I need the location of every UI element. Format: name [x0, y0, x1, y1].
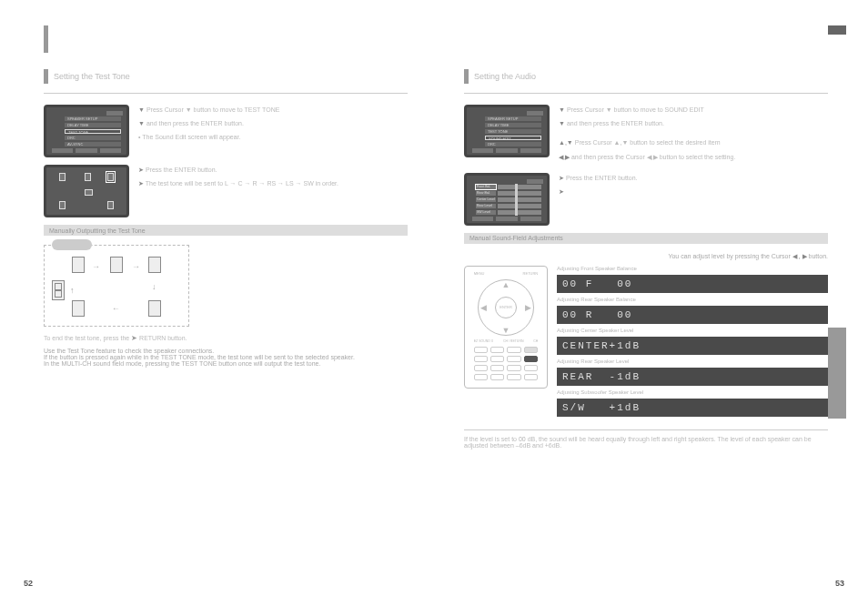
display-caption: Adjusting Subwoofer Speaker Level — [557, 389, 828, 395]
menu-item: DRC — [485, 142, 541, 146]
note-text: In the MULTI-CH sound field mode, pressi… — [44, 360, 408, 367]
step-text: Press Cursor ▼ button to move to TEST TO… — [146, 106, 279, 113]
section-title-left: Setting the Test Tone — [54, 72, 408, 81]
level-label: Rear Bal. — [476, 191, 496, 196]
step-text: and then press the ENTER button. — [146, 120, 244, 126]
left-column: Setting the Test Tone SPEAKER SETUP DELA… — [44, 69, 408, 367]
down-arrow-icon: ▼ — [502, 326, 510, 335]
display-readout-stack: Adjusting Front Speaker Balance 00 F 00 … — [557, 266, 828, 417]
right-column: Setting the Audio SPEAKER SETUP DELAY TI… — [464, 69, 828, 449]
display-caption: Adjusting Center Speaker Level — [557, 328, 828, 333]
menu-item: SPEAKER SETUP — [65, 116, 121, 121]
speaker-icon — [148, 257, 161, 273]
remote-button-grid — [474, 347, 539, 380]
display-caption: Adjusting Front Speaker Balance — [557, 266, 828, 271]
level-label: Front Bal. — [476, 185, 496, 189]
section-marker — [44, 69, 48, 84]
step-text: and then press the Cursor ◀,▶ button to … — [571, 154, 735, 160]
adjust-hint: You can adjust level by pressing the Cur… — [464, 253, 828, 260]
level-label: SW Level — [476, 210, 496, 215]
speaker-icon — [110, 257, 123, 273]
display-caption: Adjusting Rear Speaker Level — [557, 359, 828, 364]
menu-item: DRC — [65, 136, 121, 140]
flow-arrow-icon: → — [132, 262, 140, 271]
lcd-readout: CENTER+1dB — [557, 337, 828, 355]
instruction-block: ▼ Press Cursor ▼ button to move to TEST … — [138, 105, 408, 146]
note-text: If the button is pressed again while in … — [44, 354, 408, 360]
remote-control-diagram: MENU RETURN ▲ ▼ ◀ ▶ ENTER EZ SOUND X CH … — [464, 266, 548, 389]
note-text: Use the Test Tone feature to check the s… — [44, 348, 408, 354]
step-text: and then press the ENTER button. — [567, 120, 664, 126]
page-header-tab — [44, 25, 48, 53]
screen-thumb-menu-1: SPEAKER SETUP DELAY TIME TEST TONE DRC A… — [44, 105, 129, 157]
menu-item: TEST TONE — [485, 129, 541, 134]
step-text: The test tone will be sent to L → C → R … — [146, 180, 338, 187]
flow-arrow-icon: → — [92, 262, 100, 271]
menu-item: DELAY TIME — [65, 123, 121, 127]
rule — [464, 93, 828, 94]
page-number-right: 53 — [835, 579, 844, 588]
remote-return-label: RETURN — [523, 271, 539, 276]
pointer-icon: ➤ — [138, 180, 144, 187]
menu-item: SPEAKER SETUP — [485, 116, 541, 121]
lcd-readout: 00 R 00 — [557, 306, 828, 324]
down-arrow-icon: ▼ — [138, 106, 145, 113]
step-text: Press Cursor ▼ button to move to SOUND E… — [567, 106, 704, 113]
up-down-arrow-icon: ▲,▼ — [559, 139, 573, 146]
left-right-arrow-icon: ◀,▶ — [559, 154, 570, 160]
page-number-left: 52 — [24, 579, 33, 588]
down-arrow-icon: ▼ — [559, 120, 565, 126]
flow-arrow-icon: ← — [112, 304, 120, 313]
display-caption: Adjusting Rear Speaker Balance — [557, 297, 828, 302]
speaker-sequence-diagram: → → ↓ ← ↑ — [44, 245, 189, 327]
enter-button-label: ENTER — [495, 297, 517, 318]
up-arrow-icon: ▲ — [502, 280, 510, 289]
speaker-icon — [148, 300, 161, 317]
subwoofer-icon — [52, 280, 65, 300]
lcd-readout: S/W +1dB — [557, 399, 828, 417]
speaker-icon — [72, 300, 85, 317]
diagram-label-pill — [52, 239, 92, 250]
flow-arrow-icon: ↓ — [152, 282, 156, 291]
section-side-tab — [828, 328, 846, 419]
menu-item: DELAY TIME — [485, 123, 541, 127]
menu-item: AV-SYNC — [65, 142, 121, 146]
pointer-icon: ➤ — [559, 188, 564, 195]
instruction-block: ➤ Press the ENTER button. ➤ The test ton… — [138, 165, 408, 192]
pointer-icon: ➤ — [559, 175, 564, 181]
left-right-arrow-icon: ◀ , ▶ — [792, 253, 807, 259]
down-arrow-icon: ▼ — [559, 106, 565, 113]
screen-thumb-menu-2: SPEAKER SETUP DELAY TIME TEST TONE SOUND… — [464, 105, 550, 157]
section-title-right: Setting the Audio — [474, 72, 828, 81]
note-line: To end the test tone, press the ➤ RETURN… — [44, 334, 408, 342]
note-bullets: Use the Test Tone feature to check the s… — [44, 348, 408, 367]
remote-label: CH — [533, 339, 538, 343]
step-text: Press the ENTER button. — [146, 167, 217, 173]
speaker-icon — [72, 257, 85, 273]
dot-icon: • — [138, 134, 140, 140]
right-arrow-icon: ▶ — [525, 303, 531, 312]
remote-label: EZ SOUND X — [474, 339, 493, 343]
remote-label: CH / RETURN — [503, 339, 524, 343]
screen-thumb-levels: Front Bal. Rear Bal. Center Level Rear L… — [464, 173, 550, 226]
instruction-block: ➤ Press the ENTER button. ➤ — [559, 173, 828, 200]
pointer-icon: ➤ — [138, 167, 144, 173]
flow-arrow-icon: ↑ — [70, 286, 75, 295]
step-text: Press the ENTER button. — [566, 175, 638, 181]
rule — [44, 93, 408, 94]
dpad-icon: ▲ ▼ ◀ ▶ ENTER — [478, 279, 534, 336]
sub-heading-band: Manual Sound-Field Adjustments — [464, 233, 828, 244]
page-edge-tab — [828, 25, 846, 35]
level-label: Center Level — [476, 197, 496, 202]
menu-item-highlight: SOUND EDIT — [485, 136, 541, 140]
remote-menu-label: MENU — [474, 271, 485, 276]
step-text: The Sound Edit screen will appear. — [142, 134, 240, 140]
sub-heading-band: Manually Outputting the Test Tone — [44, 225, 408, 236]
screen-thumb-speaker-diagram — [44, 165, 129, 217]
step-text: Press Cursor ▲,▼ button to select the de… — [575, 139, 721, 146]
down-arrow-icon: ▼ — [138, 120, 145, 126]
menu-item-highlight: TEST TONE — [65, 129, 121, 134]
instruction-block: ▼ Press Cursor ▼ button to move to SOUND… — [559, 105, 828, 166]
level-label: Rear Level — [476, 204, 496, 208]
left-arrow-icon: ◀ — [480, 303, 487, 312]
